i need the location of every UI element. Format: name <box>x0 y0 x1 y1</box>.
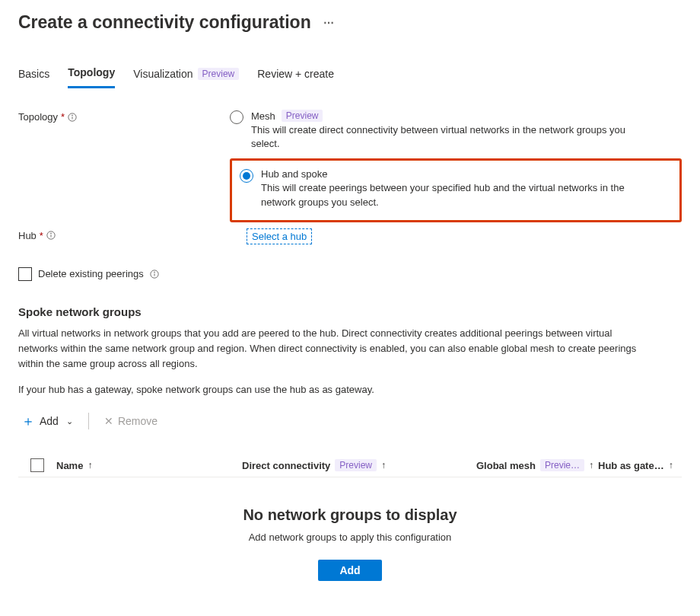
chevron-down-icon: ⌄ <box>66 417 73 426</box>
empty-add-button[interactable]: Add <box>318 560 381 581</box>
page-title: Create a connectivity configuration ⋯ <box>18 12 682 33</box>
more-actions-icon[interactable]: ⋯ <box>320 17 335 29</box>
info-icon[interactable] <box>68 113 77 122</box>
spoke-toolbar: ＋ Add ⌄ ✕ Remove <box>18 411 682 431</box>
delete-peerings-checkbox[interactable] <box>18 267 32 281</box>
info-icon[interactable] <box>46 231 56 240</box>
sort-arrow-icon: ↑ <box>88 460 92 471</box>
column-header-hub-as-gateway[interactable]: Hub as gate… ↑ <box>598 460 682 471</box>
spoke-groups-heading: Spoke network groups <box>18 305 682 318</box>
hub-label-text: Hub <box>18 230 37 241</box>
radio-hubspoke-desc: This will create peerings between your s… <box>261 181 649 209</box>
add-button-label: Add <box>40 415 59 427</box>
radio-mesh-desc: This will create direct connectivity bet… <box>251 123 639 151</box>
tab-bar: Basics Topology Visualization Preview Re… <box>18 63 682 88</box>
remove-button[interactable]: ✕ Remove <box>101 412 161 430</box>
radio-mesh-input[interactable] <box>230 110 243 124</box>
visualization-preview-badge: Preview <box>198 68 240 80</box>
tab-topology[interactable]: Topology <box>68 63 115 88</box>
table-header-row: Name ↑ Direct connectivity Preview ↑ Glo… <box>18 454 682 477</box>
hub-field-row: Hub * Select a hub <box>18 228 682 244</box>
hub-spoke-highlight: Hub and spoke This will create peerings … <box>230 158 682 222</box>
global-preview-badge: Previe… <box>540 459 584 471</box>
plus-icon: ＋ <box>21 414 35 428</box>
delete-peerings-label: Delete existing peerings <box>38 268 144 279</box>
select-hub-link[interactable]: Select a hub <box>247 228 312 244</box>
topology-field-row: Topology * Mesh Preview This will create… <box>18 110 682 222</box>
radio-option-mesh[interactable]: Mesh Preview This will create direct con… <box>230 110 682 151</box>
col-global-label: Global mesh <box>476 460 536 471</box>
topology-label: Topology * <box>18 110 230 123</box>
empty-state: No network groups to display Add network… <box>18 477 682 581</box>
required-star-icon: * <box>61 111 65 123</box>
spoke-groups-desc-2: If your hub has a gateway, spoke network… <box>18 382 642 397</box>
required-star-icon: * <box>40 230 43 241</box>
tab-basics-label: Basics <box>18 68 49 80</box>
info-icon[interactable] <box>150 270 159 279</box>
x-icon: ✕ <box>104 415 113 427</box>
add-button[interactable]: ＋ Add ⌄ <box>18 411 76 431</box>
radio-mesh-label: Mesh <box>251 110 275 122</box>
tab-review-label: Review + create <box>257 68 334 80</box>
tab-visualization[interactable]: Visualization Preview <box>133 63 239 88</box>
radio-option-hub-spoke[interactable]: Hub and spoke This will create peerings … <box>240 168 672 209</box>
tab-basics[interactable]: Basics <box>18 63 49 88</box>
tab-review-create[interactable]: Review + create <box>257 63 334 88</box>
empty-state-subtitle: Add network groups to apply this configu… <box>18 531 682 543</box>
sort-arrow-icon: ↑ <box>381 460 386 471</box>
page-title-text: Create a connectivity configuration <box>18 12 311 33</box>
direct-preview-badge: Preview <box>335 459 377 471</box>
delete-peerings-row: Delete existing peerings <box>18 267 682 281</box>
hub-label: Hub * <box>18 228 230 241</box>
spoke-groups-desc-1: All virtual networks in network groups t… <box>18 326 642 372</box>
svg-point-2 <box>72 115 73 116</box>
col-direct-label: Direct connectivity <box>242 460 330 471</box>
sort-arrow-icon: ↑ <box>589 460 593 471</box>
topology-label-text: Topology <box>18 111 58 123</box>
empty-state-title: No network groups to display <box>18 506 682 524</box>
tab-visualization-label: Visualization <box>133 68 192 80</box>
radio-hubspoke-label: Hub and spoke <box>261 168 327 180</box>
svg-point-5 <box>50 233 51 234</box>
col-hub-label: Hub as gate… <box>598 460 664 471</box>
toolbar-separator <box>88 413 89 429</box>
radio-hubspoke-input[interactable] <box>240 169 253 183</box>
svg-point-8 <box>154 272 154 273</box>
tab-topology-label: Topology <box>68 66 115 78</box>
column-header-direct-connectivity[interactable]: Direct connectivity Preview ↑ <box>242 459 476 471</box>
col-name-label: Name <box>56 460 83 471</box>
mesh-preview-badge: Preview <box>282 110 323 122</box>
select-all-checkbox[interactable] <box>30 458 44 472</box>
remove-button-label: Remove <box>118 415 158 427</box>
sort-arrow-icon: ↑ <box>669 460 673 471</box>
column-header-name[interactable]: Name ↑ <box>56 460 242 471</box>
column-header-global-mesh[interactable]: Global mesh Previe… ↑ <box>476 459 598 471</box>
